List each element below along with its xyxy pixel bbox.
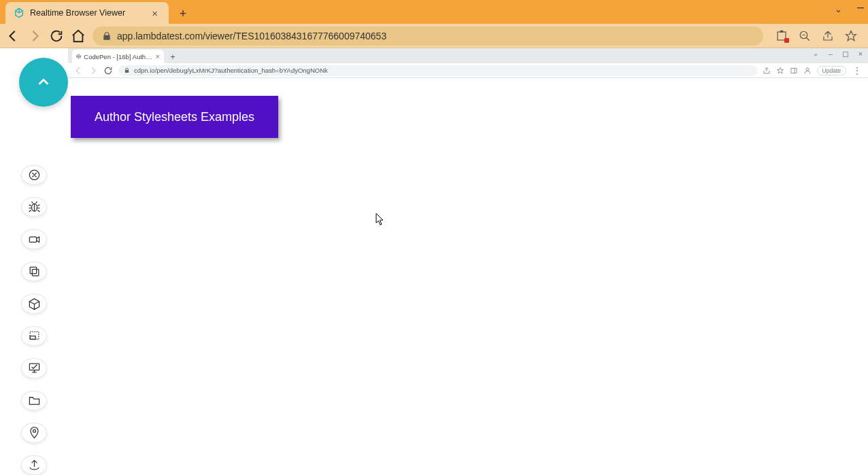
video-icon[interactable] — [21, 229, 47, 249]
inner-address-bar[interactable]: cdpn.io/pen/debug/yLxMrKJ?authentication… — [118, 65, 757, 76]
svg-rect-1 — [780, 30, 784, 32]
star-icon[interactable] — [776, 67, 784, 75]
inner-address-text: cdpn.io/pen/debug/yLxMrKJ?authentication… — [134, 67, 328, 74]
svg-rect-7 — [30, 267, 37, 274]
minimize-icon[interactable]: – — [826, 50, 835, 58]
svg-point-11 — [33, 429, 35, 432]
layout-icon[interactable] — [21, 326, 47, 346]
copy-icon[interactable] — [21, 262, 47, 281]
share-icon[interactable] — [822, 30, 834, 42]
share-icon[interactable] — [763, 67, 771, 75]
home-button[interactable] — [71, 29, 86, 43]
folder-icon[interactable] — [21, 391, 47, 410]
kebab-menu-icon[interactable]: ⋮ — [852, 66, 863, 75]
update-button[interactable]: Update — [817, 66, 846, 75]
new-tab-button[interactable]: + — [173, 3, 193, 24]
svg-point-14 — [806, 68, 809, 71]
chevron-down-icon[interactable]: ⌄ — [811, 50, 820, 58]
star-icon[interactable] — [845, 30, 857, 42]
close-icon[interactable]: × — [856, 50, 865, 58]
cube-icon[interactable] — [21, 294, 47, 313]
forward-button[interactable] — [27, 29, 42, 43]
profile-icon[interactable] — [803, 67, 812, 75]
close-icon[interactable]: × — [149, 6, 161, 20]
lock-icon — [124, 67, 130, 73]
back-button[interactable] — [5, 29, 20, 43]
extension-icon[interactable] — [775, 30, 788, 42]
inner-forward-button[interactable] — [88, 66, 98, 75]
zoom-icon[interactable] — [799, 30, 811, 42]
lambdatest-logo-icon — [14, 7, 24, 18]
svg-rect-0 — [778, 32, 786, 40]
svg-rect-6 — [32, 269, 39, 276]
svg-point-3 — [29, 170, 39, 179]
svg-rect-5 — [29, 236, 36, 242]
reload-button[interactable] — [49, 29, 64, 43]
location-icon[interactable] — [21, 423, 47, 442]
inner-browser: CodePen - [16b] Author Styleshe × + ⌄ – … — [68, 48, 868, 475]
inner-reload-button[interactable] — [103, 66, 113, 75]
inner-toolbar: cdpn.io/pen/debug/yLxMrKJ?authentication… — [68, 63, 868, 78]
outer-toolbar: app.lambdatest.com/viewer/TES10160384316… — [0, 24, 868, 48]
minimize-icon[interactable]: – — [857, 0, 864, 14]
monitor-icon[interactable] — [21, 358, 47, 378]
switch-icon[interactable] — [21, 165, 47, 185]
inner-tab-active[interactable]: CodePen - [16b] Author Styleshe × — [72, 50, 164, 63]
inner-new-tab-button[interactable]: + — [167, 51, 179, 63]
maximize-icon[interactable] — [841, 50, 850, 58]
chevron-down-icon[interactable]: ⌄ — [835, 4, 842, 14]
svg-rect-12 — [791, 68, 797, 73]
upload-icon[interactable] — [21, 455, 47, 475]
panel-icon[interactable] — [790, 67, 798, 75]
hero-text: Author Stylesheets Examples — [95, 110, 254, 124]
inner-tabstrip: CodePen - [16b] Author Styleshe × + ⌄ – … — [68, 48, 868, 63]
outer-address-text: app.lambdatest.com/viewer/TES10160384316… — [117, 31, 386, 41]
outer-tabstrip: Realtime Browser Viewer × + ⌄ – — [0, 0, 868, 24]
outer-tab-title: Realtime Browser Viewer — [30, 8, 125, 18]
outer-address-bar[interactable]: app.lambdatest.com/viewer/TES10160384316… — [93, 27, 763, 46]
inner-back-button[interactable] — [73, 66, 83, 75]
collapse-fab[interactable] — [19, 58, 68, 107]
outer-tab-active[interactable]: Realtime Browser Viewer × — [5, 2, 169, 24]
codepen-icon — [76, 53, 81, 60]
hero-banner: Author Stylesheets Examples — [71, 96, 278, 138]
inner-tab-title: CodePen - [16b] Author Styleshe — [84, 53, 152, 60]
sidebar — [0, 48, 68, 475]
close-icon[interactable]: × — [156, 52, 160, 60]
svg-rect-8 — [30, 332, 39, 339]
svg-rect-9 — [30, 336, 35, 340]
inner-page: Author Stylesheets Examples — [68, 78, 868, 475]
bug-icon[interactable] — [21, 197, 47, 217]
lock-icon — [102, 31, 112, 41]
